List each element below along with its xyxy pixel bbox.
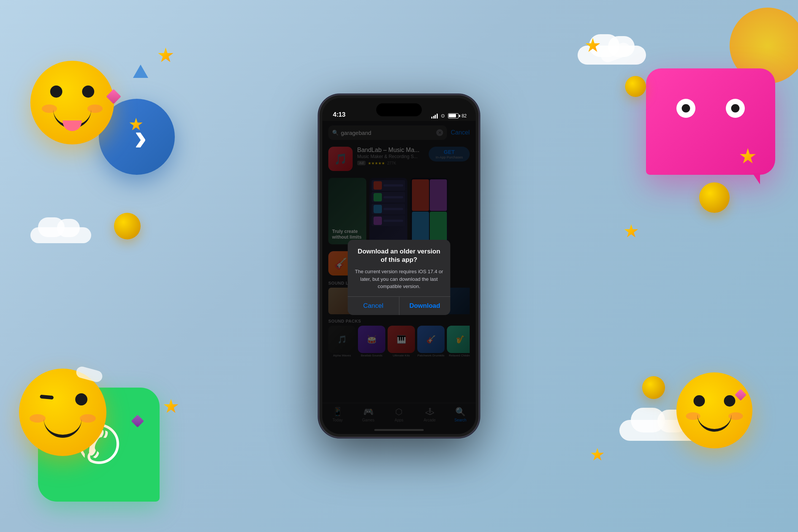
dialog-message: The current version requires iOS 17.4 or…: [354, 268, 444, 290]
status-right-icons: ⊙ 82: [431, 113, 467, 119]
wifi-icon: ⊙: [441, 113, 445, 119]
phone-wrapper: 4:13 ⊙ 82: [319, 95, 479, 437]
dialog-body: Download an older version of this app? T…: [348, 240, 450, 296]
status-time: 4:13: [333, 111, 345, 119]
app-store-content: 🔍 garageband ✕ Cancel 🎵 BandLab – Music …: [322, 121, 476, 434]
phone-screen: 4:13 ⊙ 82: [322, 98, 476, 434]
battery-fill: [449, 114, 456, 117]
battery-icon: [448, 113, 459, 119]
dynamic-island: [376, 103, 422, 116]
dialog-overlay: Download an older version of this app? T…: [322, 121, 476, 434]
dialog: Download an older version of this app? T…: [348, 240, 450, 315]
dialog-cancel-button[interactable]: Cancel: [348, 297, 399, 315]
phone: 4:13 ⊙ 82: [319, 95, 479, 437]
battery-percent: 82: [462, 113, 467, 119]
dialog-buttons: Cancel Download: [348, 296, 450, 315]
signal-icon: [431, 113, 438, 119]
dialog-download-button[interactable]: Download: [399, 297, 451, 315]
dialog-title: Download an older version of this app?: [354, 247, 444, 264]
